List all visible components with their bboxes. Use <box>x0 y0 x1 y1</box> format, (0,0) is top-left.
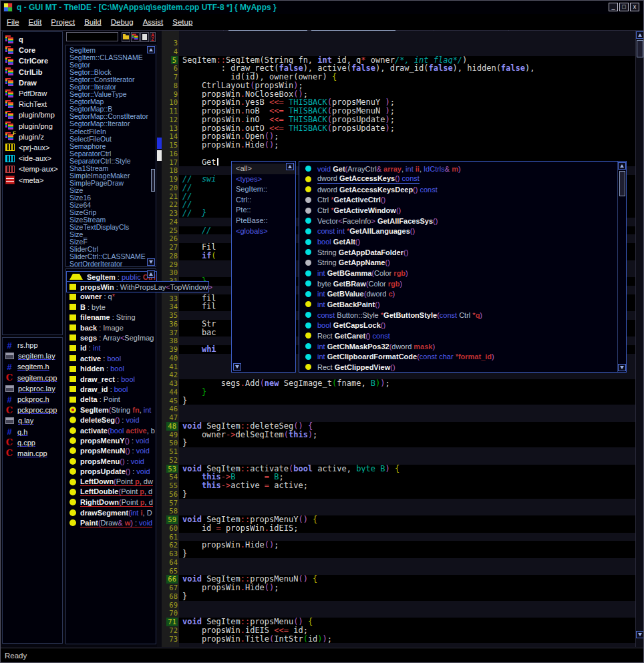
popup-item[interactable]: int GetBGamma(Color rgb) <box>300 268 617 278</box>
code-line[interactable] <box>179 39 635 47</box>
member-item[interactable]: SegItem(String fn, int <box>67 405 155 415</box>
code-line[interactable]: segs.Add(new SegImage_t(fname, B)); <box>179 379 635 388</box>
popup-scope-item[interactable]: Pte:: <box>232 205 295 216</box>
member-item[interactable]: id : int <box>67 343 155 353</box>
popup-item[interactable]: int GetBValue(dword c) <box>300 289 617 299</box>
menu-debug[interactable]: Debug <box>111 18 134 26</box>
symbol-item[interactable]: SizeGrip <box>66 209 156 216</box>
symbol-item[interactable]: SizeStream <box>66 216 156 224</box>
symbol-item[interactable]: Size64 <box>66 202 156 209</box>
symbol-item[interactable]: SegItem <box>66 47 156 54</box>
file-item[interactable]: Cmain.cpp <box>3 448 62 459</box>
symbol-item[interactable]: SegtorMap::ConstIterator <box>66 113 156 120</box>
file-item[interactable]: #pckproc.h <box>3 394 62 405</box>
symbol-item[interactable]: Size16 <box>66 194 156 202</box>
package-item[interactable]: <temp-aux> <box>3 164 62 174</box>
package-item[interactable]: RichText <box>3 99 62 109</box>
file-item[interactable]: q.lay <box>3 415 62 426</box>
member-item[interactable]: propsUpdate() : void <box>67 467 155 477</box>
package-item[interactable]: Fplugin/z <box>3 132 62 142</box>
code-line[interactable]: } <box>179 592 635 601</box>
menu-file[interactable]: File <box>7 18 19 26</box>
popup-scope-item[interactable]: SegItem:: <box>232 184 295 195</box>
package-filter-button[interactable] <box>131 32 140 42</box>
code-line[interactable]: propsWin.Hide(); <box>179 584 635 592</box>
member-item[interactable]: drawSegment(int i, D <box>67 507 155 517</box>
package-item[interactable]: CtrlLib <box>3 67 62 77</box>
popup-scope-item[interactable]: <globals> <box>232 226 295 237</box>
symbol-item[interactable]: Sha1Stream <box>66 165 156 172</box>
close-button[interactable]: x <box>630 3 639 11</box>
code-line[interactable]: owner->delSegItem(this); <box>179 431 635 439</box>
scroll-down-button[interactable] <box>147 258 155 266</box>
scroll-down-button[interactable] <box>636 631 644 638</box>
symbol-item[interactable]: SegtorMap::Iterator <box>66 120 156 128</box>
popup-item[interactable]: int GetChMaskPos32(dword mask) <box>300 341 617 351</box>
member-item[interactable]: B : byte <box>67 302 155 312</box>
symbol-item[interactable]: Size <box>66 187 156 194</box>
package-item[interactable]: PdfDraw <box>3 88 62 99</box>
scroll-up-button[interactable] <box>636 31 644 39</box>
package-item[interactable]: CtrlCore <box>3 55 62 66</box>
popup-item[interactable]: const Button::Style *GetButtonStyle(cons… <box>300 310 617 320</box>
file-filter-button[interactable] <box>140 32 149 42</box>
code-line[interactable] <box>179 405 635 413</box>
member-item[interactable]: delta : Point <box>67 395 155 405</box>
scrollbar-thumb[interactable] <box>637 40 643 57</box>
symbol-item[interactable]: SortOrderIterator <box>66 260 156 267</box>
symbol-item[interactable]: Segtor <box>66 61 156 69</box>
member-item[interactable]: draw_id : bool <box>67 384 155 394</box>
menu-edit[interactable]: Edit <box>29 18 42 26</box>
file-item[interactable]: #q.h <box>3 427 62 437</box>
package-item[interactable]: plugin/png <box>3 121 62 132</box>
code-line[interactable]: propsWin.Hide(); <box>179 541 635 549</box>
popup-item[interactable]: Vector<FaceInfo> GetAllFacesSys() <box>300 216 617 226</box>
popup-item[interactable]: Ctrl *GetActiveCtrl() <box>300 195 617 205</box>
popup-scope-item[interactable]: PteBase:: <box>232 216 295 226</box>
code-line[interactable]: this->active = active; <box>179 481 635 490</box>
member-item[interactable]: draw_rect : bool <box>67 374 155 384</box>
member-item[interactable]: active : bool <box>67 353 155 363</box>
symbol-item[interactable]: SliderCtrl::CLASSNAME <box>66 253 156 260</box>
menu-project[interactable]: Project <box>51 18 75 26</box>
symbol-item[interactable]: SelectFileOut <box>66 136 156 143</box>
symbol-item[interactable]: SegtorMap <box>66 98 156 105</box>
popup-item[interactable]: int GetBackPaint() <box>300 299 617 309</box>
popup-item[interactable]: byte GetBRaw(Color rgb) <box>300 278 617 288</box>
member-item[interactable]: deleteSeg() : void <box>67 415 155 425</box>
symbol-item[interactable]: SizeF <box>66 238 156 246</box>
code-line[interactable] <box>179 601 635 610</box>
popup-item[interactable]: const int *GetAllLanguages() <box>300 226 617 236</box>
code-line[interactable]: } <box>179 549 635 558</box>
symbol-item[interactable]: Size_ <box>66 231 156 238</box>
popup-item[interactable]: dword GetAccessKeys() const <box>300 174 617 184</box>
member-item[interactable]: back : Image <box>67 322 155 333</box>
package-item[interactable]: Core <box>3 45 62 55</box>
package-item[interactable]: plugin/bmp <box>3 109 62 120</box>
menu-build[interactable]: Build <box>84 18 102 26</box>
file-item[interactable]: Cq.cpp <box>3 437 62 448</box>
member-item[interactable]: propsMenuY() : void <box>67 435 155 445</box>
member-item[interactable]: filename : String <box>67 312 155 322</box>
scroll-up-button[interactable] <box>286 163 294 170</box>
popup-item[interactable]: Rect GetCaret() const <box>300 330 617 341</box>
code-line[interactable]: id = propsWin.idEIS; <box>179 524 635 533</box>
member-item[interactable]: hidden : bool <box>67 364 155 374</box>
member-item[interactable]: owner : q* <box>67 292 155 302</box>
symbol-item[interactable]: SegtorMap::B <box>66 105 156 113</box>
popup-scope-item[interactable]: Ctrl:: <box>232 195 295 206</box>
editor-scrollbar[interactable] <box>635 31 644 647</box>
member-item[interactable]: propsMenuN() : void <box>67 446 155 456</box>
symbol-item[interactable]: Semaphore <box>66 143 156 150</box>
code-line[interactable] <box>179 558 635 567</box>
symbol-item[interactable]: SeparatorCtrl::Style <box>66 158 156 165</box>
menu-assist[interactable]: Assist <box>143 18 164 26</box>
package-item[interactable]: <ide-aux> <box>3 153 62 164</box>
code-line[interactable]: } <box>179 490 635 499</box>
package-item[interactable]: Draw <box>3 77 62 88</box>
symbol-item[interactable]: SimpleImageMaker <box>66 172 156 180</box>
popup-scrollbar[interactable] <box>617 162 626 372</box>
symbol-item[interactable]: SelectFileIn <box>66 128 156 136</box>
package-item[interactable]: <meta> <box>3 174 62 185</box>
maximize-button[interactable]: □ <box>619 3 629 11</box>
